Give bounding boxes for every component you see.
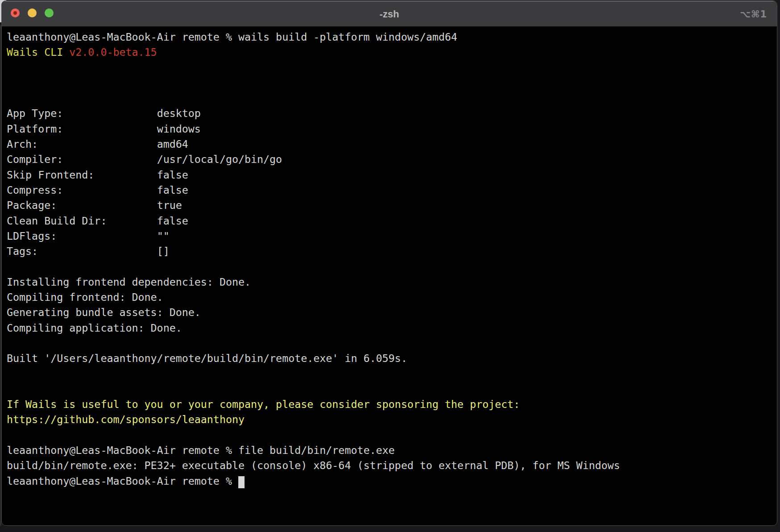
terminal-line: Compiling application: Done. bbox=[7, 320, 772, 336]
terminal-text: https://github.com/sponsors/leaanthony bbox=[7, 413, 245, 425]
terminal-text: Generating bundle assets: Done. bbox=[7, 306, 201, 318]
terminal-text: false bbox=[157, 184, 188, 196]
terminal-line: Clean Build Dir: false bbox=[7, 213, 772, 229]
terminal-text: Built '/Users/leaanthony/remote/build/bi… bbox=[7, 352, 407, 364]
terminal-line: leaanthony@Leas-MacBook-Air remote % fil… bbox=[7, 443, 772, 458]
terminal-text: If Wails is useful to you or your compan… bbox=[7, 398, 520, 410]
terminal-line bbox=[7, 336, 772, 351]
terminal-text: false bbox=[157, 169, 188, 181]
terminal-text: Platform: bbox=[7, 123, 157, 135]
terminal-line bbox=[7, 382, 772, 397]
tab-shortcut-indicator: ⌥⌘1 bbox=[740, 1, 767, 26]
terminal-text: Arch: bbox=[7, 138, 157, 150]
terminal-line: leaanthony@Leas-MacBook-Air remote % wai… bbox=[7, 29, 772, 45]
terminal-line: If Wails is useful to you or your compan… bbox=[7, 397, 772, 412]
terminal-line: Package: true bbox=[7, 198, 772, 213]
terminal-line: Compiler: /usr/local/go/bin/go bbox=[7, 152, 772, 167]
terminal-line: LDFlags: "" bbox=[7, 229, 772, 244]
terminal-text: leaanthony@Leas-MacBook-Air remote % fil… bbox=[7, 444, 395, 456]
terminal-line bbox=[7, 91, 772, 106]
terminal-text: true bbox=[157, 199, 182, 211]
terminal-text: [] bbox=[157, 245, 170, 257]
terminal-text: leaanthony@Leas-MacBook-Air remote % wai… bbox=[7, 31, 457, 43]
terminal-line: App Type: desktop bbox=[7, 106, 772, 121]
terminal-line: Platform: windows bbox=[7, 121, 772, 137]
terminal-line: https://github.com/sponsors/leaanthony bbox=[7, 412, 772, 427]
terminal-text: desktop bbox=[157, 107, 201, 119]
terminal-text: Installing frontend dependencies: Done. bbox=[7, 276, 251, 288]
terminal-line bbox=[7, 60, 772, 75]
terminal-text: Compiler: bbox=[7, 153, 157, 165]
terminal-text: "" bbox=[157, 230, 170, 242]
terminal-line: Compress: false bbox=[7, 183, 772, 198]
terminal-screen[interactable]: leaanthony@Leas-MacBook-Air remote % wai… bbox=[2, 27, 777, 489]
text-cursor bbox=[238, 476, 245, 488]
terminal-text: Compiling frontend: Done. bbox=[7, 291, 163, 303]
terminal-text: Clean Build Dir: bbox=[7, 215, 157, 227]
terminal-line bbox=[7, 366, 772, 382]
terminal-line: leaanthony@Leas-MacBook-Air remote % bbox=[7, 474, 772, 489]
terminal-text: /usr/local/go/bin/go bbox=[157, 153, 282, 165]
terminal-text: Wails CLI bbox=[7, 46, 69, 58]
terminal-text: leaanthony@Leas-MacBook-Air remote % bbox=[7, 475, 238, 487]
window-titlebar[interactable]: -zsh ⌥⌘1 bbox=[2, 1, 777, 27]
terminal-text: windows bbox=[157, 123, 201, 135]
terminal-line: Compiling frontend: Done. bbox=[7, 290, 772, 305]
terminal-text: Tags: bbox=[7, 245, 157, 257]
terminal-line bbox=[7, 428, 772, 443]
terminal-line: Skip Frontend: false bbox=[7, 167, 772, 183]
terminal-text: v2.0.0-beta.15 bbox=[69, 46, 157, 58]
terminal-line: Built '/Users/leaanthony/remote/build/bi… bbox=[7, 351, 772, 366]
terminal-text: false bbox=[157, 215, 188, 227]
terminal-text: LDFlags: bbox=[7, 230, 157, 242]
terminal-text: Skip Frontend: bbox=[7, 169, 157, 181]
terminal-line bbox=[7, 75, 772, 91]
terminal-window: -zsh ⌥⌘1 leaanthony@Leas-MacBook-Air rem… bbox=[1, 0, 777, 526]
terminal-text: Compiling application: Done. bbox=[7, 322, 182, 334]
terminal-line: Generating bundle assets: Done. bbox=[7, 305, 772, 320]
terminal-line: build/bin/remote.exe: PE32+ executable (… bbox=[7, 458, 772, 473]
terminal-text: App Type: bbox=[7, 107, 157, 119]
window-title: -zsh bbox=[2, 1, 777, 26]
terminal-line: Tags: [] bbox=[7, 244, 772, 259]
terminal-text: Compress: bbox=[7, 184, 157, 196]
terminal-line: Arch: amd64 bbox=[7, 137, 772, 152]
terminal-line bbox=[7, 259, 772, 274]
terminal-text: Package: bbox=[7, 199, 157, 211]
terminal-line: Wails CLI v2.0.0-beta.15 bbox=[7, 45, 772, 60]
terminal-text: amd64 bbox=[157, 138, 188, 150]
terminal-line: Installing frontend dependencies: Done. bbox=[7, 274, 772, 290]
terminal-text: build/bin/remote.exe: PE32+ executable (… bbox=[7, 459, 620, 471]
